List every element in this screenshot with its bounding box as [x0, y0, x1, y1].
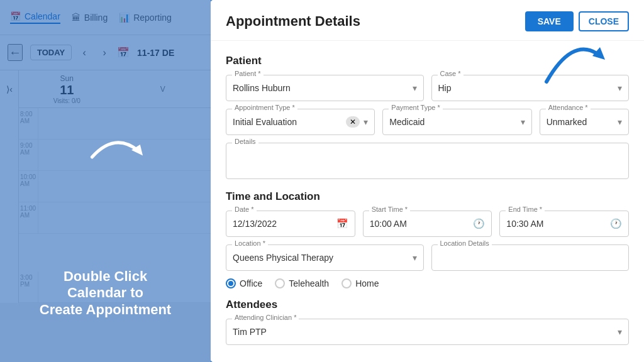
case-dropdown-icon: ▾ — [618, 83, 622, 93]
patient-select[interactable]: Rollins Huburn ▾ — [226, 75, 424, 101]
appt-type-field-group: Appointment Type * Initial Evaluation ✕ … — [226, 109, 375, 135]
payment-type-label: Payment Type * — [389, 104, 442, 111]
date-input[interactable]: 12/13/2022 📅 — [226, 211, 355, 237]
appt-type-label: Appointment Type * — [232, 104, 297, 111]
office-radio-button[interactable] — [226, 278, 236, 288]
blue-arrow-graphic — [537, 35, 606, 94]
clinician-field-group: Attending Clinician * Tim PTP ▾ — [226, 319, 629, 345]
end-time-field-group: End Time * 10:30 AM 🕐 — [499, 211, 629, 237]
attendance-select[interactable]: Unmarked ▾ — [540, 109, 629, 135]
patient-field-label: Patient * — [232, 70, 264, 77]
location-details-label: Location Details — [438, 239, 492, 247]
header-buttons: SAVE CLOSE — [525, 11, 629, 31]
start-time-value: 10:00 AM — [370, 219, 474, 229]
clinician-row: Attending Clinician * Tim PTP ▾ — [226, 319, 629, 345]
details-textarea[interactable] — [226, 143, 629, 179]
location-row: Location * Queens Physical Therapy ▾ Loc… — [226, 244, 629, 271]
date-label: Date * — [232, 206, 257, 213]
office-radio-text: Office — [240, 278, 262, 288]
date-field-group: Date * 12/13/2022 📅 — [226, 211, 355, 237]
end-time-value: 10:30 AM — [506, 219, 610, 229]
details-field-group: Details — [226, 143, 629, 182]
payment-type-select[interactable]: Medicaid ▾ — [382, 109, 531, 135]
telehealth-radio-button[interactable] — [275, 278, 285, 288]
time-location-section-title: Time and Location — [226, 190, 629, 203]
appt-payment-attendance-row: Appointment Type * Initial Evaluation ✕ … — [226, 109, 629, 135]
payment-type-value: Medicaid — [389, 117, 520, 127]
patient-dropdown-icon: ▾ — [413, 83, 417, 93]
appt-type-value: Initial Evaluation — [233, 117, 346, 127]
location-select[interactable]: Queens Physical Therapy ▾ — [226, 244, 424, 271]
details-label: Details — [232, 138, 258, 145]
visit-type-radio-group: Office Telehealth Home — [226, 278, 629, 288]
end-time-label: End Time * — [506, 206, 545, 213]
end-time-input[interactable]: 10:30 AM 🕐 — [499, 211, 629, 237]
instruction-box: Double Click Calendar to Create Appointm… — [0, 262, 211, 324]
location-value: Queens Physical Therapy — [233, 253, 413, 263]
appointment-details-panel: Appointment Details SAVE CLOSE Patient P… — [211, 0, 644, 362]
instruction-line2: Calendar to — [67, 285, 143, 301]
calendar-panel: 📅 Calendar 🏛 Billing 📊 Reporting ← TODAY… — [0, 0, 211, 362]
appt-type-dropdown-icon: ▾ — [364, 117, 368, 127]
location-dropdown-icon: ▾ — [413, 253, 417, 263]
instruction-line1: Double Click — [64, 268, 147, 285]
location-field-group: Location * Queens Physical Therapy ▾ — [226, 244, 424, 271]
start-time-field-group: Start Time * 10:00 AM 🕐 — [363, 211, 492, 237]
attendance-label: Attendance * — [546, 104, 591, 111]
start-time-label: Start Time * — [369, 206, 410, 213]
home-radio-text: Home — [355, 278, 379, 288]
close-button[interactable]: CLOSE — [579, 11, 629, 31]
instruction-line3: Create Appointment — [40, 302, 171, 318]
attendance-dropdown-icon: ▾ — [618, 117, 622, 127]
date-calendar-icon: 📅 — [336, 218, 348, 229]
location-label: Location * — [232, 239, 268, 247]
payment-type-dropdown-icon: ▾ — [521, 117, 525, 127]
panel-title: Appointment Details — [226, 13, 360, 30]
patient-field-group: Patient * Rollins Huburn ▾ — [226, 75, 424, 101]
patient-value: Rollins Huburn — [233, 83, 413, 93]
clinician-select[interactable]: Tim PTP ▾ — [226, 319, 629, 345]
end-time-clock-icon: 🕐 — [610, 218, 622, 229]
attendees-section-title: Attendees — [226, 299, 629, 311]
attendance-value: Unmarked — [547, 117, 618, 127]
date-value: 12/13/2022 — [233, 219, 336, 229]
home-radio-label[interactable]: Home — [341, 278, 379, 288]
date-time-row: Date * 12/13/2022 📅 Start Time * 10:00 A… — [226, 211, 629, 237]
svg-marker-0 — [131, 143, 146, 156]
telehealth-radio-text: Telehealth — [289, 278, 329, 288]
location-details-input[interactable] — [431, 244, 630, 271]
case-field-label: Case * — [438, 70, 464, 77]
location-details-field-group: Location Details — [431, 244, 630, 271]
start-time-clock-icon: 🕐 — [473, 218, 485, 229]
clinician-label: Attending Clinician * — [232, 314, 299, 321]
save-button[interactable]: SAVE — [525, 11, 574, 31]
office-radio-label[interactable]: Office — [226, 278, 262, 288]
telehealth-radio-label[interactable]: Telehealth — [275, 278, 329, 288]
home-radio-button[interactable] — [341, 278, 352, 288]
attendance-field-group: Attendance * Unmarked ▾ — [540, 109, 629, 135]
appt-type-select[interactable]: Initial Evaluation ✕ ▾ — [226, 109, 375, 135]
clinician-dropdown-icon: ▾ — [618, 327, 622, 337]
payment-type-field-group: Payment Type * Medicaid ▾ — [382, 109, 531, 135]
clinician-value: Tim PTP — [233, 327, 618, 337]
start-time-input[interactable]: 10:00 AM 🕐 — [363, 211, 492, 237]
appt-type-clear-chip[interactable]: ✕ — [346, 116, 360, 128]
